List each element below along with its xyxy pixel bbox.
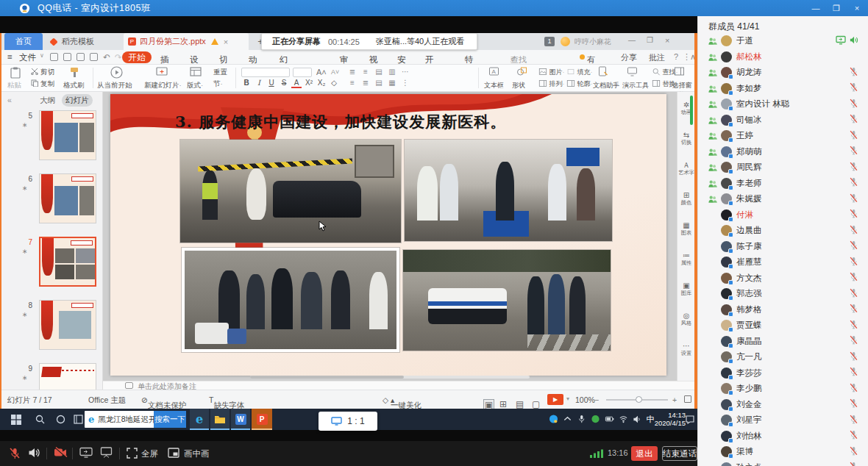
para-icon-bottom-0[interactable]: ≡	[347, 79, 357, 87]
side-tool-艺术字[interactable]: Ａ艺术字	[677, 161, 694, 176]
decrease-font-icon[interactable]: A˅	[331, 68, 339, 76]
font-size-input[interactable]	[293, 68, 312, 77]
member-row[interactable]: 李老师	[698, 176, 868, 192]
taskbar-search-box[interactable]: e 黑龙江8地延迟开学 搜索一下	[85, 411, 186, 428]
member-row[interactable]: 郑萌萌	[698, 144, 868, 160]
tray-mic-icon[interactable]	[575, 409, 588, 430]
mic-muted-icon[interactable]	[849, 66, 858, 79]
mic-muted-icon[interactable]	[849, 271, 858, 284]
side-tool-设置[interactable]: ⋯设置	[677, 342, 694, 356]
mic-muted-icon[interactable]	[849, 208, 858, 221]
member-row[interactable]: 刘怡林	[698, 429, 868, 445]
picture-bottom[interactable]: 排列·	[538, 79, 565, 89]
outline-tab[interactable]: 大纲	[40, 96, 55, 106]
restore-icon[interactable]: ❐	[831, 4, 842, 13]
member-row[interactable]: 胡龙涛	[698, 65, 868, 81]
taskbar-presentation-app[interactable]: P	[252, 409, 272, 430]
mic-muted-icon[interactable]	[849, 382, 858, 395]
mic-muted-icon[interactable]	[849, 461, 858, 466]
wps-minimize-icon[interactable]: —	[628, 36, 636, 44]
ribbon-tab-home[interactable]: 开始	[122, 51, 152, 63]
taskbar-edge-app[interactable]: e	[190, 409, 209, 430]
whiteboard-icon[interactable]	[100, 447, 113, 458]
zoom-level[interactable]: 100%	[575, 395, 595, 404]
protect-status[interactable]: ⊘ 文档未保护	[141, 395, 148, 404]
tray-speaker-icon[interactable]	[631, 409, 644, 430]
mic-muted-icon[interactable]	[849, 256, 858, 269]
exit-button[interactable]: 退出	[631, 446, 658, 461]
mic-muted-icon[interactable]	[849, 351, 858, 364]
cortana-icon[interactable]	[50, 409, 71, 430]
taskbar-wps-app[interactable]: W	[231, 409, 250, 430]
slide-thumbnail-6[interactable]	[39, 173, 96, 223]
new-slide-icon[interactable]	[156, 67, 168, 77]
textbox-label[interactable]: 文本框	[484, 81, 504, 90]
dochelper-label[interactable]: 文档助手	[593, 81, 619, 90]
theme-name[interactable]: Office 主题	[88, 395, 126, 406]
speaker-icon[interactable]	[28, 447, 40, 459]
member-row[interactable]: 王婷	[698, 128, 868, 144]
mic-muted-icon[interactable]	[849, 414, 858, 427]
format-mark-I[interactable]: I	[254, 79, 264, 87]
format-mark-X₂[interactable]: X₂	[316, 79, 327, 87]
member-row[interactable]: 亢一凡	[698, 349, 868, 365]
vertical-scrollbar-thumb[interactable]	[690, 96, 693, 125]
user-avatar[interactable]	[561, 37, 570, 46]
increase-font-icon[interactable]: A˄	[316, 68, 327, 76]
quick-access-icons[interactable]	[50, 52, 103, 61]
mic-muted-icon[interactable]	[849, 287, 858, 301]
member-row[interactable]: 周民辉	[698, 159, 868, 176]
para-icon-top-2[interactable]: ▤	[374, 68, 384, 76]
new-slide-label[interactable]: 新建幻灯片·	[144, 81, 182, 90]
mic-muted-icon[interactable]	[849, 224, 858, 237]
mic-muted-icon[interactable]	[849, 129, 858, 143]
mic-muted-icon[interactable]	[849, 193, 858, 206]
cut-label[interactable]: 剪切	[40, 68, 54, 77]
mic-muted-icon[interactable]	[849, 319, 858, 332]
member-row[interactable]: 刘金金	[698, 397, 868, 413]
search-go-button[interactable]: 搜索一下	[154, 411, 186, 428]
play-from-current-label[interactable]: 从当前开始	[97, 81, 132, 90]
taskbar-explorer-app[interactable]	[210, 409, 230, 430]
copy-icon[interactable]	[31, 79, 38, 87]
tray-green-icon[interactable]	[589, 409, 602, 430]
mic-muted-icon[interactable]	[849, 161, 858, 174]
format-mark-X²[interactable]: X²	[304, 79, 314, 87]
screen-share-icon[interactable]	[79, 447, 93, 458]
view-mode-2[interactable]: ▤	[516, 399, 524, 409]
pip-label[interactable]: 画中画	[184, 448, 210, 459]
tray-wifi-icon[interactable]	[617, 409, 630, 430]
view-mode-1[interactable]: ⊞	[499, 399, 507, 409]
format-mark-A[interactable]: A	[291, 79, 302, 88]
member-row[interactable]: 付淋	[698, 207, 868, 223]
member-row[interactable]: 崔雁慧	[698, 254, 868, 270]
share-ratio-box[interactable]: 1 : 1	[319, 412, 377, 431]
format-painter-icon[interactable]	[69, 67, 79, 78]
slides-tab[interactable]: 幻灯片	[62, 94, 93, 107]
quick-icon-2[interactable]	[77, 53, 85, 61]
mic-muted-icon[interactable]	[849, 398, 858, 411]
collapse-ribbon-icon[interactable]: ∧	[690, 52, 694, 62]
format-painter-label[interactable]: 格式刷	[63, 81, 85, 90]
start-button[interactable]	[4, 409, 28, 430]
quick-icon-1[interactable]	[63, 53, 71, 61]
reset-button[interactable]: 重置	[213, 68, 227, 77]
mic-muted-icon[interactable]	[849, 98, 858, 111]
taskbar-clock[interactable]: 14:13 2020/4/15	[655, 411, 686, 427]
layout-label[interactable]: 版式·	[187, 81, 203, 90]
wps-restore-icon[interactable]: ❐	[647, 36, 653, 44]
wps-close-icon[interactable]: ×	[665, 36, 669, 45]
fit-slide-icon[interactable]	[684, 395, 691, 403]
mic-muted-icon[interactable]	[9, 447, 21, 459]
member-row[interactable]: 贾亚蝶	[698, 318, 868, 334]
member-row[interactable]: 李少鹏	[698, 381, 868, 397]
side-tool-颜色[interactable]: ⊞颜色	[677, 191, 694, 206]
member-row[interactable]: 李莎莎	[698, 365, 868, 381]
member-row[interactable]: 司钿冰	[698, 112, 868, 129]
quick-icon-3[interactable]	[90, 53, 98, 61]
section-button[interactable]: 节·	[213, 79, 223, 89]
play-dropdown-icon[interactable]: ▾	[566, 395, 569, 402]
mic-muted-icon[interactable]	[849, 240, 858, 253]
member-row[interactable]: 郭志强	[698, 286, 868, 302]
slide-title[interactable]: 3. 服务健康中国建设，加快建设发展新医科。	[175, 112, 653, 132]
